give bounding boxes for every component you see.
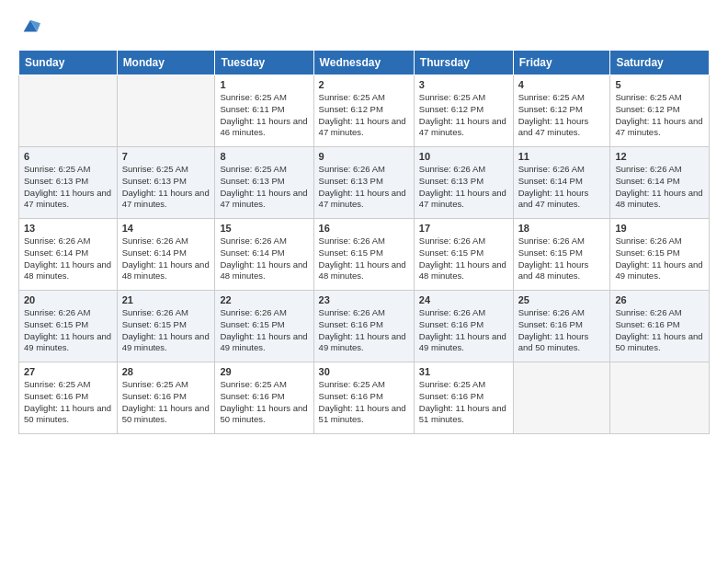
- cell-daylight: Daylight: 11 hours and 51 minutes.: [419, 403, 506, 425]
- cell-day-number: 12: [615, 151, 704, 162]
- cell-sunrise: Sunrise: 6:26 AM: [518, 164, 585, 174]
- cell-info: Sunrise: 6:25 AMSunset: 6:13 PMDaylight:…: [220, 164, 308, 211]
- calendar-cell: 2Sunrise: 6:25 AMSunset: 6:12 PMDaylight…: [313, 75, 414, 147]
- logo: [18, 17, 40, 37]
- week-row-1: 1Sunrise: 6:25 AMSunset: 6:11 PMDaylight…: [19, 75, 710, 147]
- calendar-cell: 13Sunrise: 6:26 AMSunset: 6:14 PMDayligh…: [19, 219, 118, 291]
- cell-daylight: Daylight: 11 hours and 47 minutes.: [518, 188, 589, 210]
- calendar-cell: 15Sunrise: 6:26 AMSunset: 6:14 PMDayligh…: [215, 219, 313, 291]
- cell-daylight: Daylight: 11 hours and 50 minutes.: [122, 403, 210, 425]
- calendar-cell: 24Sunrise: 6:26 AMSunset: 6:16 PMDayligh…: [414, 291, 513, 362]
- calendar-cell: 6Sunrise: 6:25 AMSunset: 6:13 PMDaylight…: [19, 147, 118, 219]
- cell-daylight: Daylight: 11 hours and 47 minutes.: [518, 116, 589, 138]
- cell-sunrise: Sunrise: 6:26 AM: [220, 236, 286, 246]
- cell-info: Sunrise: 6:26 AMSunset: 6:14 PMDaylight:…: [615, 164, 704, 211]
- cell-sunrise: Sunrise: 6:26 AM: [319, 164, 385, 174]
- week-row-3: 13Sunrise: 6:26 AMSunset: 6:14 PMDayligh…: [19, 219, 710, 291]
- calendar-cell: 18Sunrise: 6:26 AMSunset: 6:15 PMDayligh…: [513, 219, 610, 291]
- cell-info: Sunrise: 6:26 AMSunset: 6:15 PMDaylight:…: [615, 236, 704, 282]
- cell-daylight: Daylight: 11 hours and 50 minutes.: [518, 331, 589, 353]
- cell-sunrise: Sunrise: 6:26 AM: [518, 307, 585, 317]
- cell-daylight: Daylight: 11 hours and 47 minutes.: [419, 188, 506, 210]
- cell-day-number: 22: [220, 294, 308, 305]
- col-header-thursday: Thursday: [414, 51, 513, 75]
- cell-day-number: 7: [122, 151, 210, 162]
- week-row-5: 27Sunrise: 6:25 AMSunset: 6:16 PMDayligh…: [19, 362, 710, 434]
- col-header-saturday: Saturday: [610, 51, 710, 75]
- cell-sunset: Sunset: 6:11 PM: [220, 104, 284, 114]
- cell-day-number: 27: [24, 366, 112, 377]
- cell-sunrise: Sunrise: 6:26 AM: [122, 236, 188, 246]
- cell-info: Sunrise: 6:26 AMSunset: 6:15 PMDaylight:…: [122, 307, 210, 354]
- cell-sunrise: Sunrise: 6:26 AM: [122, 307, 188, 317]
- logo-icon: [20, 17, 40, 37]
- cell-day-number: 23: [319, 294, 409, 305]
- cell-day-number: 26: [615, 294, 704, 305]
- cell-info: Sunrise: 6:26 AMSunset: 6:15 PMDaylight:…: [24, 307, 112, 354]
- cell-day-number: 20: [24, 294, 112, 305]
- cell-sunset: Sunset: 6:15 PM: [419, 247, 483, 258]
- cell-sunset: Sunset: 6:12 PM: [615, 104, 679, 114]
- calendar-cell: 22Sunrise: 6:26 AMSunset: 6:15 PMDayligh…: [215, 291, 313, 362]
- cell-daylight: Daylight: 11 hours and 49 minutes.: [122, 331, 210, 353]
- cell-day-number: 14: [122, 223, 210, 234]
- cell-sunset: Sunset: 6:14 PM: [615, 176, 679, 186]
- cell-daylight: Daylight: 11 hours and 48 minutes.: [518, 259, 589, 282]
- cell-daylight: Daylight: 11 hours and 47 minutes.: [615, 116, 702, 138]
- cell-info: Sunrise: 6:26 AMSunset: 6:15 PMDaylight:…: [518, 236, 606, 282]
- cell-sunrise: Sunrise: 6:25 AM: [24, 379, 90, 389]
- calendar-cell: 1Sunrise: 6:25 AMSunset: 6:11 PMDaylight…: [215, 75, 313, 147]
- cell-daylight: Daylight: 11 hours and 47 minutes.: [24, 188, 111, 210]
- col-header-friday: Friday: [513, 51, 610, 75]
- cell-day-number: 8: [220, 151, 308, 162]
- cell-info: Sunrise: 6:26 AMSunset: 6:16 PMDaylight:…: [319, 307, 409, 354]
- cell-info: Sunrise: 6:25 AMSunset: 6:12 PMDaylight:…: [319, 92, 409, 139]
- cell-day-number: 15: [220, 223, 308, 234]
- cell-info: Sunrise: 6:26 AMSunset: 6:16 PMDaylight:…: [419, 307, 508, 354]
- cell-sunrise: Sunrise: 6:26 AM: [24, 236, 90, 246]
- cell-sunrise: Sunrise: 6:25 AM: [220, 164, 286, 174]
- cell-info: Sunrise: 6:26 AMSunset: 6:15 PMDaylight:…: [220, 307, 308, 354]
- calendar-table: SundayMondayTuesdayWednesdayThursdayFrid…: [18, 50, 710, 434]
- cell-sunset: Sunset: 6:14 PM: [24, 247, 88, 258]
- cell-info: Sunrise: 6:25 AMSunset: 6:16 PMDaylight:…: [24, 379, 112, 426]
- cell-info: Sunrise: 6:25 AMSunset: 6:13 PMDaylight:…: [24, 164, 112, 211]
- cell-sunrise: Sunrise: 6:25 AM: [122, 379, 188, 389]
- cell-sunrise: Sunrise: 6:26 AM: [319, 236, 385, 246]
- cell-sunrise: Sunrise: 6:26 AM: [24, 307, 90, 317]
- col-header-wednesday: Wednesday: [313, 51, 414, 75]
- cell-sunrise: Sunrise: 6:25 AM: [220, 379, 286, 389]
- cell-daylight: Daylight: 11 hours and 49 minutes.: [419, 331, 506, 353]
- calendar-cell: 11Sunrise: 6:26 AMSunset: 6:14 PMDayligh…: [513, 147, 610, 219]
- cell-sunset: Sunset: 6:14 PM: [518, 176, 583, 186]
- cell-daylight: Daylight: 11 hours and 49 minutes.: [220, 331, 307, 353]
- cell-sunset: Sunset: 6:14 PM: [220, 247, 284, 258]
- cell-daylight: Daylight: 11 hours and 47 minutes.: [419, 116, 506, 138]
- calendar-cell: [610, 362, 710, 434]
- cell-daylight: Daylight: 11 hours and 48 minutes.: [24, 259, 111, 282]
- cell-sunset: Sunset: 6:15 PM: [319, 247, 383, 258]
- cell-day-number: 19: [615, 223, 704, 234]
- cell-daylight: Daylight: 11 hours and 50 minutes.: [615, 331, 702, 353]
- cell-sunrise: Sunrise: 6:26 AM: [319, 307, 385, 317]
- cell-sunrise: Sunrise: 6:25 AM: [518, 92, 585, 102]
- cell-sunrise: Sunrise: 6:26 AM: [615, 307, 681, 317]
- cell-sunset: Sunset: 6:15 PM: [615, 247, 679, 258]
- cell-day-number: 9: [319, 151, 409, 162]
- cell-daylight: Daylight: 11 hours and 46 minutes.: [220, 116, 307, 138]
- cell-day-number: 2: [319, 79, 409, 90]
- cell-info: Sunrise: 6:26 AMSunset: 6:16 PMDaylight:…: [518, 307, 606, 354]
- cell-sunset: Sunset: 6:16 PM: [122, 391, 187, 401]
- calendar-cell: 14Sunrise: 6:26 AMSunset: 6:14 PMDayligh…: [117, 219, 215, 291]
- cell-daylight: Daylight: 11 hours and 48 minutes.: [220, 259, 307, 282]
- cell-day-number: 18: [518, 223, 606, 234]
- cell-sunset: Sunset: 6:16 PM: [518, 319, 583, 329]
- cell-day-number: 30: [319, 366, 409, 377]
- cell-info: Sunrise: 6:26 AMSunset: 6:14 PMDaylight:…: [122, 236, 210, 282]
- cell-sunset: Sunset: 6:16 PM: [24, 391, 88, 401]
- cell-daylight: Daylight: 11 hours and 48 minutes.: [419, 259, 506, 282]
- cell-sunset: Sunset: 6:13 PM: [319, 176, 383, 186]
- calendar-page: SundayMondayTuesdayWednesdayThursdayFrid…: [0, 0, 728, 563]
- cell-daylight: Daylight: 11 hours and 49 minutes.: [319, 331, 406, 353]
- cell-info: Sunrise: 6:25 AMSunset: 6:12 PMDaylight:…: [615, 92, 704, 139]
